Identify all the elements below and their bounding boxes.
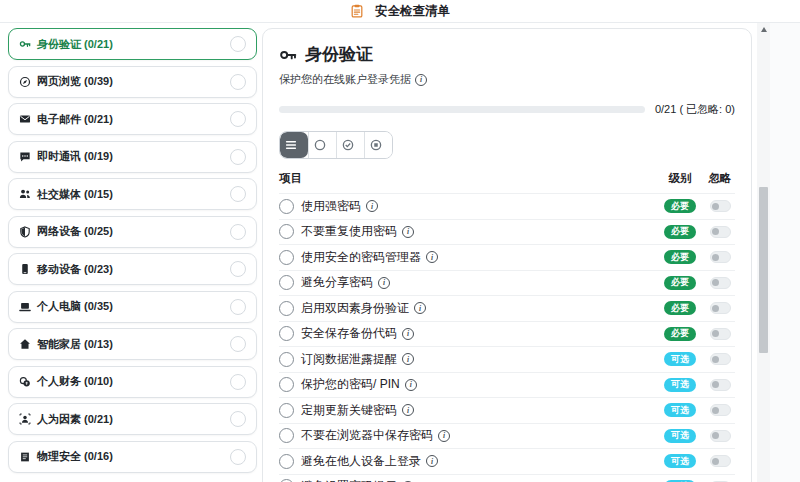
item-checkbox[interactable] [279, 428, 294, 443]
sidebar-item-3[interactable]: 即时通讯 (0/19) [8, 141, 257, 173]
filter-button-all[interactable] [280, 132, 308, 158]
ignore-toggle[interactable] [710, 353, 731, 365]
scrollbar[interactable] [757, 23, 770, 482]
checklist-row-2: 使用安全的密码管理器i必要 [279, 244, 735, 270]
toggle-knob [712, 356, 719, 363]
info-icon[interactable]: i [426, 251, 438, 263]
info-icon[interactable]: i [402, 226, 414, 238]
column-header-ignore: 忽略 [705, 171, 735, 186]
sidebar-item-8[interactable]: 智能家居 (0/13) [8, 328, 257, 360]
ignore-toggle[interactable] [710, 430, 731, 442]
ignore-toggle[interactable] [710, 328, 731, 340]
sidebar-item-6[interactable]: 移动设备 (0/23) [8, 253, 257, 285]
box-icon [19, 451, 31, 463]
toggle-knob [712, 305, 719, 312]
checklist-row-6: 订阅数据泄露提醒i可选 [279, 346, 735, 372]
checklist-row-4: 启用双因素身份验证i必要 [279, 295, 735, 321]
toggle-knob [712, 407, 719, 414]
checklist-row-10: 避免在他人设备上登录i可选 [279, 448, 735, 474]
category-progress-circle [230, 411, 246, 427]
info-icon[interactable]: i [402, 404, 414, 416]
item-label: 不要重复使用密码 [301, 223, 397, 240]
sidebar-item-2[interactable]: 电子邮件 (0/21) [8, 103, 257, 135]
key-icon [279, 46, 297, 64]
ignore-toggle[interactable] [710, 455, 731, 467]
item-label: 使用强密码 [301, 198, 361, 215]
ignore-toggle[interactable] [710, 277, 731, 289]
info-icon[interactable]: i [402, 328, 414, 340]
sidebar-item-5[interactable]: 网络设备 (0/25) [8, 216, 257, 248]
item-checkbox[interactable] [279, 454, 294, 469]
circle-icon [313, 138, 327, 152]
category-progress-circle [230, 111, 246, 127]
sidebar-item-label: 网络设备 (0/25) [37, 224, 113, 239]
item-checkbox[interactable] [279, 224, 294, 239]
level-badge: 可选 [664, 378, 696, 392]
item-checkbox[interactable] [279, 377, 294, 392]
mail-icon [19, 113, 31, 125]
ignore-toggle[interactable] [710, 226, 731, 238]
sidebar-item-1[interactable]: 网页浏览 (0/39) [8, 66, 257, 98]
progress-row: 0/21 ( 已忽略: 0) [279, 102, 735, 117]
item-label: 定期更新关键密码 [301, 402, 397, 419]
list-icon [284, 138, 298, 152]
human-icon [19, 413, 31, 425]
scrollbar-thumb[interactable] [759, 187, 768, 353]
sidebar-item-label: 社交媒体 (0/15) [37, 187, 113, 202]
item-checkbox[interactable] [279, 199, 294, 214]
sidebar-item-11[interactable]: 物理安全 (0/16) [8, 441, 257, 473]
checklist-row-8: 定期更新关键密码i可选 [279, 397, 735, 423]
globe-icon [19, 76, 31, 88]
ignore-toggle[interactable] [710, 404, 731, 416]
filter-button-ignored[interactable] [364, 132, 392, 158]
info-icon[interactable]: i [366, 200, 378, 212]
sidebar-item-label: 智能家居 (0/13) [37, 337, 113, 352]
item-checkbox[interactable] [279, 403, 294, 418]
category-progress-circle [230, 449, 246, 465]
sidebar: 身份验证 (0/21)网页浏览 (0/39)电子邮件 (0/21)即时通讯 (0… [8, 28, 257, 478]
sidebar-item-7[interactable]: 个人电脑 (0/35) [8, 291, 257, 323]
checklist-row-11: 避免设置密码提示i可选 [279, 474, 735, 482]
filter-button-done[interactable] [336, 132, 364, 158]
info-icon[interactable]: i [405, 379, 417, 391]
item-checkbox[interactable] [279, 250, 294, 265]
sidebar-item-4[interactable]: 社交媒体 (0/15) [8, 178, 257, 210]
sidebar-item-10[interactable]: 人为因素 (0/21) [8, 403, 257, 435]
filter-button-todo[interactable] [308, 132, 336, 158]
category-progress-circle [230, 36, 246, 52]
clipboard-icon [350, 4, 364, 18]
laptop-icon [19, 301, 31, 313]
category-progress-circle [230, 74, 246, 90]
item-checkbox[interactable] [279, 301, 294, 316]
info-icon[interactable]: i [378, 277, 390, 289]
checklist-row-0: 使用强密码i必要 [279, 193, 735, 219]
item-checkbox[interactable] [279, 275, 294, 290]
ignore-toggle[interactable] [710, 251, 731, 263]
ignore-toggle[interactable] [710, 200, 731, 212]
sidebar-item-label: 物理安全 (0/16) [37, 449, 113, 464]
main-panel: 身份验证 保护您的在线账户登录凭据 i 0/21 ( 已忽略: 0) 项目 级别… [262, 28, 752, 482]
toggle-knob [712, 203, 719, 210]
item-label: 安全保存备份代码 [301, 325, 397, 342]
item-checkbox[interactable] [279, 326, 294, 341]
sidebar-item-9[interactable]: 个人财务 (0/10) [8, 366, 257, 398]
item-checkbox[interactable] [279, 352, 294, 367]
sidebar-item-label: 网页浏览 (0/39) [37, 74, 113, 89]
info-icon[interactable]: i [415, 74, 427, 86]
level-badge: 可选 [664, 454, 696, 468]
scrollbar-up-arrow[interactable] [761, 27, 767, 32]
info-icon[interactable]: i [414, 302, 426, 314]
ignore-toggle[interactable] [710, 379, 731, 391]
info-icon[interactable]: i [426, 455, 438, 467]
ignore-toggle[interactable] [710, 302, 731, 314]
category-progress-circle [230, 299, 246, 315]
chat-icon [19, 151, 31, 163]
info-icon[interactable]: i [438, 430, 450, 442]
level-badge: 必要 [664, 327, 696, 341]
level-badge: 必要 [664, 276, 696, 290]
info-icon[interactable]: i [402, 353, 414, 365]
category-progress-circle [230, 186, 246, 202]
sidebar-item-label: 人为因素 (0/21) [37, 412, 113, 427]
sidebar-item-0[interactable]: 身份验证 (0/21) [8, 28, 257, 60]
sidebar-item-label: 移动设备 (0/23) [37, 262, 113, 277]
